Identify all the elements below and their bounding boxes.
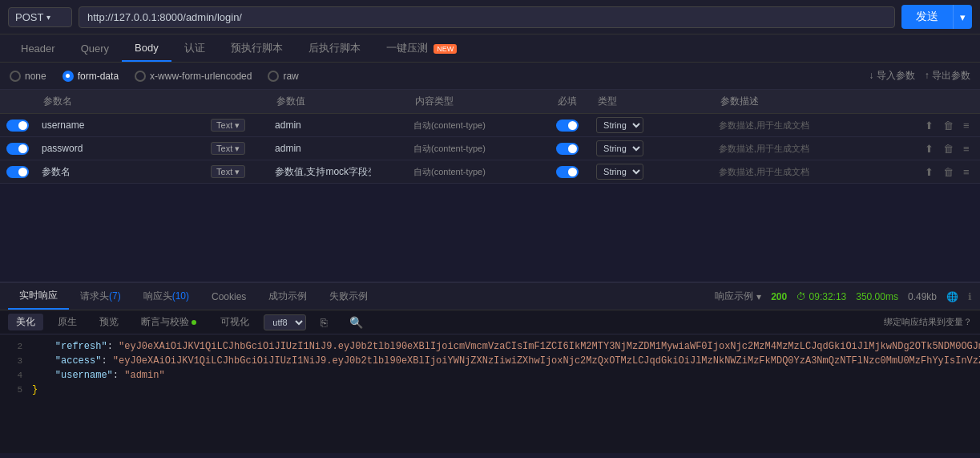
th-text-type xyxy=(204,90,268,114)
row-actions-1: ⬆ 🗑 ≡ xyxy=(922,142,974,156)
row-delete-btn-1[interactable]: 🗑 xyxy=(941,142,956,156)
row-type-cell: String xyxy=(590,160,712,184)
row-text-tag-0[interactable]: Text ▾ xyxy=(211,119,245,132)
row-toggle-2[interactable] xyxy=(6,166,29,178)
row-menu-btn-2[interactable]: ≡ xyxy=(961,165,972,179)
tab-pre-script[interactable]: 预执行脚本 xyxy=(218,34,296,62)
row-type-select-0[interactable]: String xyxy=(596,117,643,133)
encoding-select[interactable]: utf8 xyxy=(264,314,306,330)
row-type-cell: String xyxy=(590,137,712,160)
json-line-2: 2 "refresh" : "eyJ0eXAiOiJKV1QiLCJhbGciO… xyxy=(0,339,980,354)
row-menu-btn-1[interactable]: ≡ xyxy=(961,142,972,156)
row-required-toggle-0[interactable] xyxy=(556,120,579,132)
row-desc-cell: 参数描述,用于生成文档 xyxy=(712,114,916,137)
json-line-4: 4 "username" : "admin" xyxy=(0,368,980,383)
radio-urlencoded-circle xyxy=(135,71,146,82)
json-content: 2 "refresh" : "eyJ0eXAiOiJKV1QiLCJhbGciO… xyxy=(0,334,980,453)
radio-urlencoded[interactable]: x-www-form-urlencoded xyxy=(135,71,252,82)
radio-form-data-circle xyxy=(63,71,74,82)
row-toggle-cell xyxy=(0,137,35,160)
radio-form-data[interactable]: form-data xyxy=(63,71,119,82)
tab-response-headers[interactable]: 响应头(10) xyxy=(132,284,200,309)
time-display: ⏱ 09:32:13 xyxy=(797,291,846,302)
tab-realtime-response[interactable]: 实时响应 xyxy=(8,283,69,310)
import-export-bar: ↓ 导入参数 ↑ 导出参数 xyxy=(869,69,970,83)
row-value-input-2[interactable] xyxy=(275,166,371,177)
bind-label: 绑定响应结果到变量？ xyxy=(884,316,972,328)
th-desc: 参数描述 xyxy=(712,90,916,114)
copy-btn[interactable]: ⎘ xyxy=(313,314,335,330)
radio-raw[interactable]: raw xyxy=(268,71,298,82)
row-content-type-cell: 自动(content-type) xyxy=(407,160,550,184)
row-content-type-cell: 自动(content-type) xyxy=(407,137,550,160)
row-download-btn-2[interactable]: ⬆ xyxy=(922,165,936,179)
export-params-btn[interactable]: ↑ 导出参数 xyxy=(925,69,970,83)
row-required-toggle-2[interactable] xyxy=(556,166,579,178)
response-meta: 响应示例 ▾ 200 ⏱ 09:32:13 350.00ms 0.49kb 🌐 … xyxy=(715,290,972,303)
new-badge: NEW xyxy=(434,44,457,54)
row-delete-btn-0[interactable]: 🗑 xyxy=(941,119,956,132)
visual-btn[interactable]: 可视化 xyxy=(212,314,257,330)
method-select[interactable]: POST ▾ xyxy=(8,7,72,27)
row-actions-cell: ⬆ 🗑 ≡ xyxy=(916,160,980,184)
row-actions-cell: ⬆ 🗑 ≡ xyxy=(916,114,980,137)
row-desc-cell: 参数描述,用于生成文档 xyxy=(712,160,916,184)
example-select[interactable]: 响应示例 ▾ xyxy=(715,290,761,303)
raw-btn[interactable]: 原生 xyxy=(50,314,85,330)
tab-auth[interactable]: 认证 xyxy=(171,34,218,62)
row-type-select-2[interactable]: String xyxy=(596,164,643,180)
row-text-tag-2[interactable]: Text ▾ xyxy=(211,165,245,178)
tab-body[interactable]: Body xyxy=(122,35,171,62)
tab-fail-example[interactable]: 失败示例 xyxy=(318,284,379,309)
row-text-tag-1[interactable]: Text ▾ xyxy=(211,142,245,155)
row-desc-0: 参数描述,用于生成文档 xyxy=(719,120,809,130)
row-text-cell: Text ▾ xyxy=(204,160,268,184)
assert-btn[interactable]: 断言与校验 xyxy=(133,314,206,330)
table-row: Text ▾ 自动(content-type) String 参数描述,用于生成… xyxy=(0,160,980,184)
tab-cookies[interactable]: Cookies xyxy=(200,286,257,308)
status-code: 200 xyxy=(771,291,787,302)
send-button[interactable]: 发送 xyxy=(901,5,953,29)
row-required-toggle-1[interactable] xyxy=(556,143,579,155)
radio-none[interactable]: none xyxy=(10,71,46,82)
preview-btn[interactable]: 预览 xyxy=(91,314,127,330)
row-required-cell xyxy=(550,114,590,137)
th-content-type: 内容类型 xyxy=(407,90,550,114)
search-btn[interactable]: 🔍 xyxy=(341,314,371,330)
example-dropdown-icon: ▾ xyxy=(756,291,761,302)
row-name-input-2[interactable] xyxy=(42,166,198,177)
row-actions-cell: ⬆ 🗑 ≡ xyxy=(916,137,980,160)
tab-header[interactable]: Header xyxy=(8,36,68,61)
row-value-input-0[interactable] xyxy=(275,120,371,131)
row-menu-btn-0[interactable]: ≡ xyxy=(961,119,972,132)
row-type-select-1[interactable]: String xyxy=(596,140,643,156)
beautify-btn[interactable]: 美化 xyxy=(8,314,43,330)
th-value: 参数值 xyxy=(268,90,407,114)
row-content-type-2: 自动(content-type) xyxy=(413,167,486,176)
globe-icon: 🌐 xyxy=(946,291,958,302)
tab-request-headers[interactable]: 请求头(7) xyxy=(69,284,132,309)
row-name-input-1[interactable] xyxy=(42,143,198,154)
tab-post-script[interactable]: 后执行脚本 xyxy=(296,34,373,62)
row-value-input-1[interactable] xyxy=(275,143,371,154)
send-dropdown-button[interactable]: ▾ xyxy=(953,5,972,29)
tab-query[interactable]: Query xyxy=(68,36,122,61)
tab-bar: Header Query Body 认证 预执行脚本 后执行脚本 一键压测 NE… xyxy=(0,34,980,63)
row-required-cell xyxy=(550,160,590,184)
row-name-input-0[interactable] xyxy=(42,120,198,131)
duration: 350.00ms xyxy=(856,291,898,302)
url-input[interactable] xyxy=(79,6,895,28)
param-table: 参数名 参数值 内容类型 必填 类型 参数描述 Text ▾ xyxy=(0,90,980,184)
tab-stress[interactable]: 一键压测 NEW xyxy=(373,34,470,62)
row-toggle-1[interactable] xyxy=(6,143,29,155)
import-params-btn[interactable]: ↓ 导入参数 xyxy=(869,69,914,83)
radio-bar: none form-data x-www-form-urlencoded raw… xyxy=(0,63,980,90)
row-delete-btn-2[interactable]: 🗑 xyxy=(941,165,956,179)
th-type: 类型 xyxy=(590,90,712,114)
th-actions xyxy=(916,90,980,114)
tab-success-example[interactable]: 成功示例 xyxy=(257,284,318,309)
th-toggle xyxy=(0,90,35,114)
row-toggle-0[interactable] xyxy=(6,120,29,132)
row-download-btn-0[interactable]: ⬆ xyxy=(922,119,936,132)
row-download-btn-1[interactable]: ⬆ xyxy=(922,142,936,156)
